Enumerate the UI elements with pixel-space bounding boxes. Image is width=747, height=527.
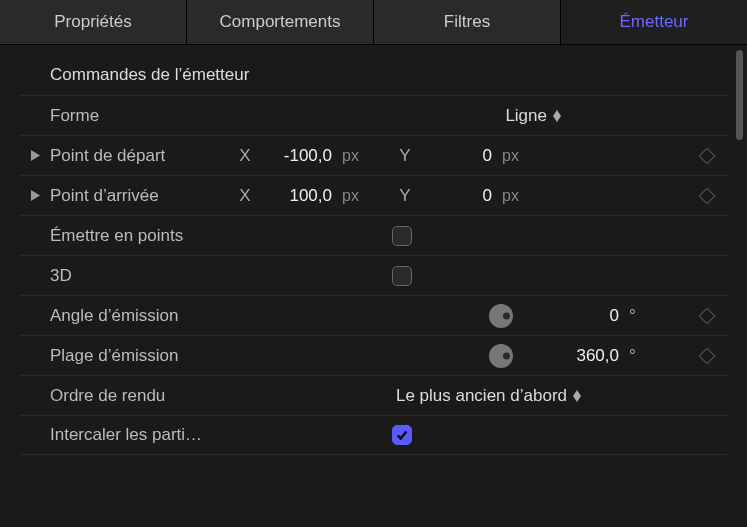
- tab-emitter[interactable]: Émetteur: [561, 0, 747, 44]
- row-emission-angle: Angle d’émission 0 °: [20, 295, 727, 335]
- render-order-value: Le plus ancien d’abord: [396, 386, 567, 406]
- emission-angle-dial[interactable]: [489, 304, 513, 328]
- emit-points-checkbox[interactable]: [392, 226, 412, 246]
- y-label: Y: [396, 146, 414, 166]
- tab-filters[interactable]: Filtres: [374, 0, 561, 44]
- row-start-point: Point de départ X -100,0 px Y 0 px: [20, 135, 727, 175]
- render-order-dropdown[interactable]: Le plus ancien d’abord: [396, 386, 587, 406]
- label-start: Point de départ: [50, 146, 230, 166]
- emission-range-dial[interactable]: [489, 344, 513, 368]
- start-y-field[interactable]: 0: [420, 146, 492, 166]
- label-shape: Forme: [50, 106, 230, 126]
- unit-px: px: [338, 187, 366, 205]
- svg-marker-2: [31, 150, 40, 161]
- tab-label: Filtres: [444, 12, 490, 32]
- unit-px: px: [498, 187, 526, 205]
- stepper-icon: [573, 390, 581, 402]
- 3d-checkbox[interactable]: [392, 266, 412, 286]
- tab-behaviors[interactable]: Comportements: [187, 0, 374, 44]
- y-label: Y: [396, 186, 414, 206]
- disclosure-start[interactable]: [20, 150, 50, 161]
- svg-marker-1: [553, 116, 561, 122]
- keyframe-button[interactable]: [699, 347, 716, 364]
- tab-label: Propriétés: [54, 12, 131, 32]
- end-y-field[interactable]: 0: [420, 186, 492, 206]
- tab-bar: Propriétés Comportements Filtres Émetteu…: [0, 0, 747, 45]
- inspector-panel: Commandes de l’émetteur Forme Ligne: [0, 45, 747, 455]
- section-header: Commandes de l’émetteur: [20, 55, 727, 95]
- unit-px: px: [498, 147, 526, 165]
- keyframe-button[interactable]: [699, 147, 716, 164]
- tab-label: Comportements: [220, 12, 341, 32]
- label-emit-points: Émettre en points: [50, 226, 230, 246]
- shape-value: Ligne: [505, 106, 547, 126]
- row-render-order: Ordre de rendu Le plus ancien d’abord: [20, 375, 727, 415]
- end-x-field[interactable]: 100,0: [260, 186, 332, 206]
- unit-degree: °: [625, 306, 643, 326]
- interleave-checkbox[interactable]: [392, 425, 412, 445]
- row-emission-range: Plage d’émission 360,0 °: [20, 335, 727, 375]
- row-3d: 3D: [20, 255, 727, 295]
- row-end-point: Point d’arrivée X 100,0 px Y 0 px: [20, 175, 727, 215]
- label-emission-angle: Angle d’émission: [50, 306, 230, 326]
- row-interleave: Intercaler les parti…: [20, 415, 727, 455]
- x-label: X: [236, 186, 254, 206]
- keyframe-button[interactable]: [699, 187, 716, 204]
- disclosure-end[interactable]: [20, 190, 50, 201]
- scrollbar-thumb[interactable]: [736, 50, 743, 140]
- row-shape: Forme Ligne: [20, 95, 727, 135]
- label-render-order: Ordre de rendu: [50, 386, 230, 406]
- tab-label: Émetteur: [620, 12, 689, 32]
- unit-px: px: [338, 147, 366, 165]
- row-emit-points: Émettre en points: [20, 215, 727, 255]
- emission-angle-field[interactable]: 0: [539, 306, 619, 326]
- shape-dropdown[interactable]: Ligne: [505, 106, 567, 126]
- svg-marker-5: [573, 396, 581, 402]
- x-label: X: [236, 146, 254, 166]
- tab-properties[interactable]: Propriétés: [0, 0, 187, 44]
- svg-marker-3: [31, 190, 40, 201]
- start-x-field[interactable]: -100,0: [260, 146, 332, 166]
- label-end: Point d’arrivée: [50, 186, 230, 206]
- emission-range-field[interactable]: 360,0: [539, 346, 619, 366]
- label-3d: 3D: [50, 266, 230, 286]
- unit-degree: °: [625, 346, 643, 366]
- label-interleave: Intercaler les parti…: [50, 425, 230, 445]
- keyframe-button[interactable]: [699, 307, 716, 324]
- stepper-icon: [553, 110, 561, 122]
- label-emission-range: Plage d’émission: [50, 346, 230, 366]
